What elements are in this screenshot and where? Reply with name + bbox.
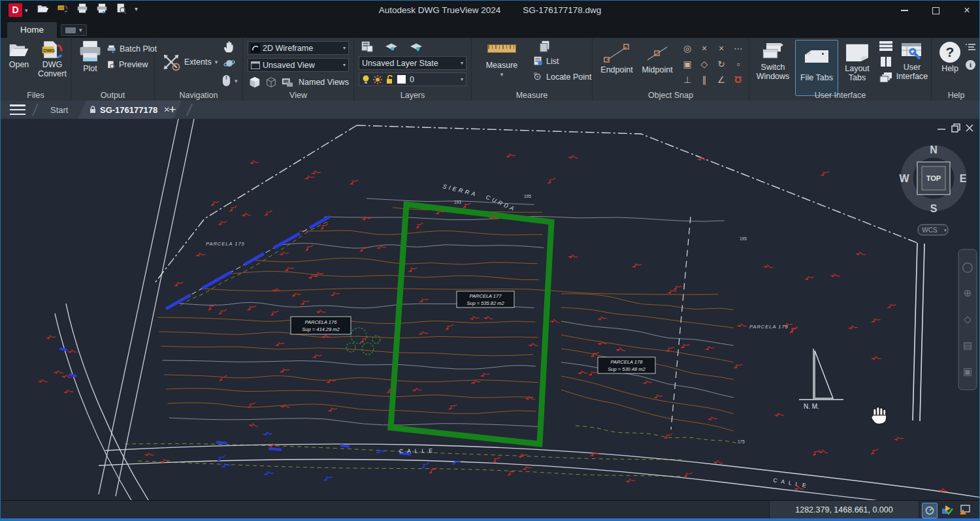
file-tabs-button[interactable]: File Tabs: [795, 40, 838, 96]
minimize-button[interactable]: [897, 5, 911, 16]
cascade-icon[interactable]: [879, 72, 893, 82]
dwg-convert-icon[interactable]: DWG: [57, 3, 69, 14]
elevation-marker: [789, 327, 798, 334]
layer-combo[interactable]: 0▾: [359, 72, 466, 86]
locate-point-button[interactable]: ID Locate Point: [533, 72, 592, 82]
open-folder-icon: [8, 42, 30, 59]
cube-solid-icon: [249, 76, 261, 88]
parallel-snap-icon[interactable]: ∥: [702, 74, 707, 85]
elevation-marker: [249, 422, 259, 430]
user-interface-button[interactable]: UserInterface: [894, 42, 930, 81]
panel-output: Plot Batch Plot Preview Output: [71, 38, 155, 101]
midpoint-snap-button[interactable]: Midpoint: [638, 43, 676, 74]
help-topics-icon[interactable]: [966, 43, 975, 51]
elevation-marker: [598, 316, 608, 321]
elevation-marker: [471, 380, 480, 385]
elevation-marker: [643, 380, 653, 385]
mouse-options-button[interactable]: ▾: [221, 74, 238, 87]
maximize-button[interactable]: [928, 5, 943, 16]
layer-color-swatch[interactable]: [397, 75, 406, 84]
elevation-marker: [207, 304, 217, 311]
nav-zoom-icon: ◇: [964, 313, 972, 324]
insertion-snap-icon[interactable]: ▫: [737, 59, 740, 69]
drawing-canvas[interactable]: SIERRA CURDA PARCELA 175 PARCELA 179 PAR…: [1, 119, 980, 500]
sun-icon[interactable]: [373, 75, 382, 84]
doc-close-icon: [966, 125, 973, 131]
extension-snap-icon[interactable]: ⋯: [734, 43, 743, 54]
elevation-marker: [38, 379, 48, 385]
svg-text:PARCELA 175: PARCELA 175: [206, 241, 245, 247]
bulb-on-icon[interactable]: [362, 75, 370, 84]
orbit-button[interactable]: [223, 57, 236, 72]
layer-freeze-icon[interactable]: [409, 41, 423, 52]
tangent-snap-icon[interactable]: ↻: [717, 59, 725, 69]
app-menu-button[interactable]: D ▾: [8, 3, 28, 17]
elevation-marker: [263, 210, 273, 216]
tab-start[interactable]: Start: [39, 101, 80, 119]
elevation-marker: [697, 157, 707, 163]
nearest-snap-icon[interactable]: ∠: [717, 74, 726, 85]
apparent-intersection-snap-icon[interactable]: ×: [719, 43, 724, 54]
switch-windows-button[interactable]: SwitchWindows: [753, 42, 792, 81]
plot-icon[interactable]: [76, 3, 88, 14]
horizontal-tile-icon[interactable]: [879, 40, 893, 51]
elevation-marker: [221, 464, 231, 467]
elevation-marker: [229, 205, 238, 212]
measure-button[interactable]: Measure ▾: [482, 44, 521, 78]
layout-tabs-button[interactable]: LayoutTabs: [840, 42, 875, 82]
layer-properties-icon[interactable]: [361, 40, 374, 53]
elevation-marker: [448, 404, 457, 410]
info-icon[interactable]: i: [966, 60, 975, 70]
intersection-snap-icon[interactable]: ×: [702, 43, 707, 54]
view-combo[interactable]: Unsaved View▾: [248, 58, 349, 72]
svg-text:PARCELA 176: PARCELA 176: [305, 319, 338, 325]
list-button[interactable]: List: [533, 56, 559, 66]
preview-button[interactable]: Preview: [106, 60, 148, 69]
perpendicular-snap-icon[interactable]: ⊥: [683, 74, 691, 85]
dwg-convert-button[interactable]: DWG DWGConvert: [36, 40, 69, 78]
new-tab-button[interactable]: +: [165, 103, 180, 117]
batch-plot-icon[interactable]: [96, 3, 108, 14]
drawing-labels: SIERRA CURDA PARCELA 175 PARCELA 179 PAR…: [206, 183, 810, 490]
preview-icon[interactable]: [116, 3, 127, 14]
qat-customize-button[interactable]: ▾: [135, 5, 138, 12]
open-button[interactable]: Open: [5, 42, 33, 69]
named-views-button[interactable]: Named Views: [249, 76, 349, 88]
close-button[interactable]: ×: [960, 5, 974, 16]
open-icon[interactable]: [37, 4, 49, 14]
plot-button[interactable]: Plot: [76, 40, 104, 73]
view-cube[interactable]: N S W E TOP WCS ▾: [899, 144, 966, 235]
batch-plot-button[interactable]: Batch Plot: [106, 44, 157, 54]
zoom-extents-button[interactable]: Extents▾: [161, 52, 218, 72]
layer-state-combo[interactable]: Unsaved Layer State▾: [359, 56, 466, 70]
menu-icon[interactable]: [10, 104, 25, 115]
snap-off-icon[interactable]: Ω: [734, 74, 742, 85]
visual-style-combo[interactable]: 2D Wireframe▾: [248, 41, 349, 55]
workspace-switcher[interactable]: ▾: [61, 24, 87, 36]
ribbon-tab-home[interactable]: Home: [7, 22, 57, 38]
elevation-marker: [328, 408, 337, 412]
layer-off-icon[interactable]: [384, 41, 399, 52]
elevation-marker: [663, 433, 673, 439]
pan-button[interactable]: [223, 40, 236, 56]
endpoint-snap-button[interactable]: Endpoint: [598, 43, 636, 74]
drawing-window-controls[interactable]: [938, 124, 973, 132]
selected-parcel-highlight[interactable]: [391, 204, 551, 444]
pan-toggle-button[interactable]: [922, 503, 938, 518]
elevation-marker: [263, 432, 272, 437]
navigation-bar[interactable]: ◯ ⊕ ◇ ▤ ▣: [958, 249, 977, 390]
elevation-marker: [856, 251, 866, 257]
pages-icon[interactable]: [538, 40, 551, 53]
center-snap-icon[interactable]: ◎: [683, 43, 691, 54]
elevation-marker: [415, 222, 425, 229]
elevation-marker: [483, 315, 493, 322]
annotation-monitor-button[interactable]: [957, 503, 972, 517]
help-button[interactable]: ? Help: [936, 42, 964, 73]
unlock-icon[interactable]: [385, 75, 393, 84]
plot-status-button[interactable]: [940, 503, 955, 517]
vertical-tile-icon[interactable]: [879, 56, 893, 67]
node-snap-icon[interactable]: ▣: [683, 59, 691, 69]
elevation-marker: [523, 466, 532, 470]
svg-text:193: 193: [454, 200, 461, 204]
quadrant-snap-icon[interactable]: ◇: [701, 59, 708, 69]
